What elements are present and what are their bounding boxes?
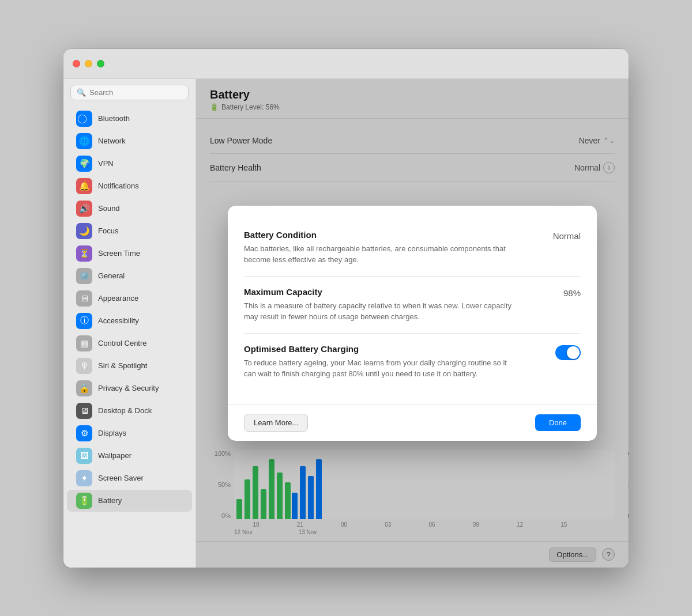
sidebar-item-notifications[interactable]: 🔔Notifications	[67, 175, 192, 197]
sidebar-item-screen-time[interactable]: ⏳Screen Time	[67, 243, 192, 264]
notifications-icon: 🔔	[76, 178, 92, 194]
sidebar-item-siri[interactable]: 🎙Siri & Spotlight	[67, 355, 192, 377]
optimised-charging-left: Optimised Battery Charging To reduce bat…	[244, 344, 521, 380]
screen-time-icon: ⏳	[76, 245, 92, 262]
sidebar-items-list: ⃝Bluetooth🌐Network🌍VPN🔔Notifications🔊Sou…	[63, 107, 195, 512]
appearance-icon: 🖥	[76, 290, 92, 307]
battery-condition-value: Normal	[553, 231, 581, 241]
vpn-icon: 🌍	[76, 156, 92, 172]
sidebar-label-displays: Displays	[98, 429, 126, 437]
sidebar-item-control-center[interactable]: ▦Control Centre	[67, 332, 192, 354]
learn-more-button[interactable]: Learn More...	[244, 414, 308, 432]
focus-icon: 🌙	[76, 223, 92, 239]
maximum-capacity-title: Maximum Capacity	[244, 287, 521, 297]
modal-footer: Learn More... Done	[228, 404, 597, 441]
battery-condition-row: Battery Condition Mac batteries, like al…	[244, 230, 581, 266]
desktop-dock-icon: 🖥	[76, 403, 92, 419]
battery-condition-left: Battery Condition Mac batteries, like al…	[244, 230, 521, 266]
sound-icon: 🔊	[76, 201, 92, 217]
sidebar-item-focus[interactable]: 🌙Focus	[67, 220, 192, 242]
main-content: Battery 🔋 Battery Level: 56% Low Power M…	[196, 79, 629, 568]
traffic-lights	[73, 60, 104, 67]
battery-icon: 🔋	[76, 493, 92, 509]
wallpaper-icon: 🖼	[76, 448, 92, 464]
sidebar: 🔍 ⃝Bluetooth🌐Network🌍VPN🔔Notifications🔊S…	[63, 79, 196, 568]
sidebar-label-desktop-dock: Desktop & Dock	[98, 406, 152, 415]
optimised-charging-toggle[interactable]	[555, 345, 581, 360]
sidebar-item-battery[interactable]: 🔋Battery	[67, 490, 192, 512]
maximum-capacity-left: Maximum Capacity This is a measure of ba…	[244, 287, 521, 323]
sidebar-label-notifications: Notifications	[98, 182, 139, 190]
sidebar-label-accessibility: Accessibility	[98, 316, 139, 325]
sidebar-label-network: Network	[98, 137, 126, 145]
sidebar-item-screen-saver[interactable]: ✦Screen Saver	[67, 467, 192, 489]
sidebar-label-screen-time: Screen Time	[98, 249, 140, 258]
sidebar-item-accessibility[interactable]: ⓘAccessibility	[67, 310, 192, 332]
sidebar-item-bluetooth[interactable]: ⃝Bluetooth	[67, 108, 192, 130]
sidebar-item-privacy[interactable]: 🔒Privacy & Security	[67, 377, 192, 399]
sidebar-label-appearance: Appearance	[98, 294, 138, 303]
maximum-capacity-row: Maximum Capacity This is a measure of ba…	[244, 287, 581, 323]
accessibility-icon: ⓘ	[76, 313, 92, 329]
sidebar-item-general[interactable]: ⚙️General	[67, 265, 192, 287]
sidebar-label-control-center: Control Centre	[98, 339, 147, 347]
battery-condition-section: Battery Condition Mac batteries, like al…	[244, 220, 581, 277]
sidebar-item-network[interactable]: 🌐Network	[67, 130, 192, 152]
sidebar-label-vpn: VPN	[98, 159, 114, 168]
mac-window: 🔍 ⃝Bluetooth🌐Network🌍VPN🔔Notifications🔊S…	[63, 49, 629, 568]
sidebar-label-bluetooth: Bluetooth	[98, 114, 130, 123]
battery-condition-desc: Mac batteries, like all rechargeable bat…	[244, 243, 521, 266]
sidebar-label-privacy: Privacy & Security	[98, 384, 159, 392]
network-icon: 🌐	[76, 133, 92, 149]
optimised-charging-title: Optimised Battery Charging	[244, 344, 521, 354]
search-input[interactable]	[89, 88, 182, 97]
sidebar-label-sound: Sound	[98, 204, 120, 213]
fullscreen-button[interactable]	[97, 60, 104, 67]
title-bar	[63, 49, 629, 79]
maximum-capacity-section: Maximum Capacity This is a measure of ba…	[244, 277, 581, 334]
window-body: 🔍 ⃝Bluetooth🌐Network🌍VPN🔔Notifications🔊S…	[63, 79, 629, 568]
sidebar-label-focus: Focus	[98, 226, 118, 235]
displays-icon: ⚙	[76, 425, 92, 441]
bluetooth-icon: ⃝	[76, 111, 92, 127]
battery-condition-title: Battery Condition	[244, 230, 521, 240]
modal-overlay[interactable]: Battery Condition Mac batteries, like al…	[196, 79, 629, 568]
sidebar-item-appearance[interactable]: 🖥Appearance	[67, 288, 192, 309]
siri-icon: 🎙	[76, 358, 92, 374]
sidebar-label-battery: Battery	[98, 496, 122, 505]
optimised-charging-section: Optimised Battery Charging To reduce bat…	[244, 334, 581, 390]
control-center-icon: ▦	[76, 335, 92, 352]
privacy-icon: 🔒	[76, 380, 92, 396]
sidebar-label-wallpaper: Wallpaper	[98, 451, 131, 460]
sidebar-label-general: General	[98, 271, 125, 280]
sidebar-item-desktop-dock[interactable]: 🖥Desktop & Dock	[67, 400, 192, 422]
done-button[interactable]: Done	[535, 414, 581, 431]
close-button[interactable]	[73, 60, 80, 67]
sidebar-item-vpn[interactable]: 🌍VPN	[67, 153, 192, 175]
battery-health-modal: Battery Condition Mac batteries, like al…	[228, 206, 597, 441]
toggle-thumb	[567, 346, 580, 359]
optimised-charging-row: Optimised Battery Charging To reduce bat…	[244, 344, 581, 380]
sidebar-item-displays[interactable]: ⚙Displays	[67, 422, 192, 444]
sidebar-label-siri: Siri & Spotlight	[98, 361, 147, 370]
modal-body: Battery Condition Mac batteries, like al…	[228, 206, 597, 404]
optimised-charging-desc: To reduce battery ageing, your Mac learn…	[244, 357, 521, 380]
sidebar-item-wallpaper[interactable]: 🖼Wallpaper	[67, 445, 192, 467]
search-icon: 🔍	[77, 88, 86, 97]
sidebar-item-sound[interactable]: 🔊Sound	[67, 198, 192, 220]
maximum-capacity-value: 98%	[563, 288, 581, 298]
minimize-button[interactable]	[85, 60, 92, 67]
screen-saver-icon: ✦	[76, 470, 92, 486]
general-icon: ⚙️	[76, 268, 92, 284]
maximum-capacity-desc: This is a measure of battery capacity re…	[244, 300, 521, 323]
search-bar[interactable]: 🔍	[70, 85, 189, 100]
sidebar-label-screen-saver: Screen Saver	[98, 474, 144, 482]
